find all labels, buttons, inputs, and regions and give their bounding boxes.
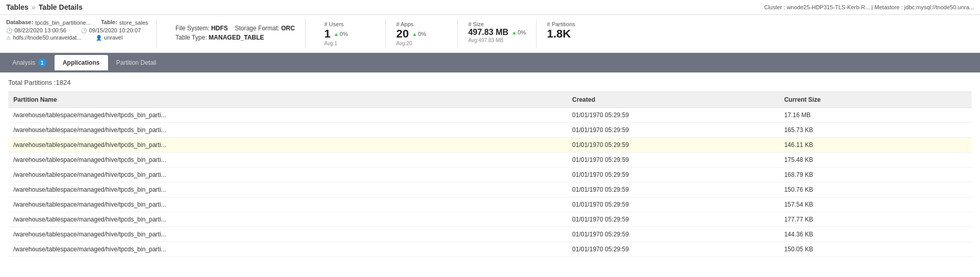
- partition-name: /warehouse/tablespace/managed/hive/tpcds…: [8, 153, 567, 168]
- db-info-section: Database: tpcds_bin_partitione... Table:…: [6, 19, 157, 48]
- alert-icon: ⚠: [6, 35, 11, 41]
- arrow-up-icon: ▲: [333, 31, 338, 37]
- stat-apps-value: 20: [396, 28, 408, 40]
- partition-size: 17.16 MB: [779, 108, 972, 123]
- partition-name: /warehouse/tablespace/managed/hive/tpcds…: [8, 212, 567, 227]
- db-label: Database:: [6, 19, 33, 25]
- table-type-label: Table Type:: [175, 34, 207, 41]
- info-row: Database: tpcds_bin_partitione... Table:…: [0, 15, 980, 53]
- stat-size-avg: Avg:497.83 MB: [468, 38, 526, 43]
- partition-name: /warehouse/tablespace/managed/hive/tpcds…: [8, 138, 567, 153]
- stat-size-pct: ▲ 0%: [511, 29, 526, 35]
- fs-section: File System: HDFS Storage Format: ORC Ta…: [165, 19, 306, 48]
- partition-name: /warehouse/tablespace/managed/hive/tpcds…: [8, 123, 567, 138]
- tab-analysis[interactable]: Analysis 1: [4, 54, 55, 71]
- user-icon: 👤: [96, 35, 102, 41]
- breadcrumb-tables[interactable]: Tables: [6, 3, 28, 11]
- tab-analysis-badge: 1: [38, 59, 46, 67]
- table-row[interactable]: /warehouse/tablespace/managed/hive/tpcds…: [8, 108, 972, 123]
- stat-apps-avg: Avg:20: [396, 41, 447, 46]
- partition-created: 01/01/1970 05:29:59: [567, 168, 779, 182]
- stat-users-value: 1: [324, 28, 330, 40]
- col-header-name: Partition Name: [8, 92, 567, 108]
- partition-created: 01/01/1970 05:29:59: [567, 227, 779, 242]
- date2: 09/15/2020 10:20:07: [89, 27, 141, 33]
- table-row[interactable]: /warehouse/tablespace/managed/hive/tpcds…: [8, 138, 972, 153]
- stat-users-header: # Users: [324, 21, 375, 27]
- stat-apps-header: # Apps: [396, 21, 447, 27]
- partition-name: /warehouse/tablespace/managed/hive/tpcds…: [8, 108, 567, 123]
- storage-value: ORC: [281, 25, 295, 32]
- table-row[interactable]: /warehouse/tablespace/managed/hive/tpcds…: [8, 212, 972, 227]
- partition-size: 168.79 KB: [779, 168, 972, 182]
- db-name: tpcds_bin_partitione...: [35, 20, 91, 26]
- stat-partitions-header: # Partitions: [547, 21, 598, 27]
- stat-size-value: 497.83 MB: [468, 28, 508, 36]
- partition-name: /warehouse/tablespace/managed/hive/tpcds…: [8, 197, 567, 212]
- table-row[interactable]: /warehouse/tablespace/managed/hive/tpcds…: [8, 182, 972, 197]
- partition-size: 177.77 KB: [779, 212, 972, 227]
- user-name: unravel: [104, 34, 122, 41]
- table-name: store_sales: [119, 20, 148, 26]
- arrow-up-icon-size: ▲: [511, 30, 516, 35]
- top-bar: Tables » Table Details Cluster : wnode25…: [0, 0, 980, 15]
- breadcrumb: Tables » Table Details: [6, 3, 82, 11]
- stat-users: # Users 1 ▲ 0% Avg:1: [314, 19, 386, 48]
- storage-label: Storage Format:: [235, 25, 279, 32]
- stat-users-avg: Avg:1: [324, 41, 375, 46]
- arrow-up-icon-apps: ▲: [412, 31, 417, 37]
- partition-name: /warehouse/tablespace/managed/hive/tpcds…: [8, 182, 567, 197]
- stat-users-pct: ▲ 0%: [333, 31, 348, 37]
- date1: 08/22/2020 13:00:56: [14, 27, 66, 33]
- partition-size: 150.76 KB: [779, 182, 972, 197]
- tab-applications-label: Applications: [63, 59, 100, 66]
- partitions-table: Partition Name Created Current Size /war…: [8, 91, 972, 257]
- partition-created: 01/01/1970 05:29:59: [567, 153, 779, 168]
- tab-partition-detail-label: Partition Detail: [116, 59, 156, 66]
- cluster-info: Cluster : wnode25-HDP315-TLS-Kerb-R... |…: [764, 4, 974, 10]
- table-row[interactable]: /warehouse/tablespace/managed/hive/tpcds…: [8, 227, 972, 242]
- stat-partitions: # Partitions 1.8K: [537, 19, 609, 48]
- table-row[interactable]: /warehouse/tablespace/managed/hive/tpcds…: [8, 168, 972, 182]
- stat-apps-pct: ▲ 0%: [412, 31, 426, 37]
- partition-size: 144.36 KB: [779, 227, 972, 242]
- table-label: Table:: [101, 19, 117, 25]
- tab-applications[interactable]: Applications: [55, 55, 108, 70]
- partition-name: /warehouse/tablespace/managed/hive/tpcds…: [8, 242, 567, 257]
- partition-created: 01/01/1970 05:29:59: [567, 182, 779, 197]
- table-body: /warehouse/tablespace/managed/hive/tpcds…: [8, 108, 972, 257]
- partition-created: 01/01/1970 05:29:59: [567, 242, 779, 257]
- partition-name: /warehouse/tablespace/managed/hive/tpcds…: [8, 227, 567, 242]
- tab-partition-detail[interactable]: Partition Detail: [108, 55, 165, 70]
- table-header-row: Partition Name Created Current Size: [8, 92, 972, 108]
- table-type-value: MANAGED_TABLE: [209, 34, 264, 41]
- partition-created: 01/01/1970 05:29:59: [567, 123, 779, 138]
- hdfs-path: hdfs://tnode50.unraveldat...: [13, 34, 81, 41]
- partition-created: 01/01/1970 05:29:59: [567, 138, 779, 153]
- clock-icon2: 🕐: [81, 28, 87, 33]
- partition-size: 157.54 KB: [779, 197, 972, 212]
- partition-size: 175.48 KB: [779, 153, 972, 168]
- col-header-size: Current Size: [779, 92, 972, 108]
- table-row[interactable]: /warehouse/tablespace/managed/hive/tpcds…: [8, 242, 972, 257]
- table-row[interactable]: /warehouse/tablespace/managed/hive/tpcds…: [8, 153, 972, 168]
- table-row[interactable]: /warehouse/tablespace/managed/hive/tpcds…: [8, 123, 972, 138]
- table-row[interactable]: /warehouse/tablespace/managed/hive/tpcds…: [8, 197, 972, 212]
- col-header-created: Created: [567, 92, 779, 108]
- content-area: Total Partitions :1824 Partition Name Cr…: [0, 72, 980, 263]
- partition-size: 150.05 KB: [779, 242, 972, 257]
- fs-value: HDFS: [211, 25, 228, 32]
- partition-name: /warehouse/tablespace/managed/hive/tpcds…: [8, 168, 567, 182]
- partition-created: 01/01/1970 05:29:59: [567, 197, 779, 212]
- fs-line: File System: HDFS Storage Format: ORC: [175, 25, 295, 32]
- fs-label: File System:: [175, 25, 209, 32]
- partition-created: 01/01/1970 05:29:59: [567, 108, 779, 123]
- tab-analysis-label: Analysis: [12, 59, 35, 66]
- breadcrumb-separator: »: [31, 3, 35, 11]
- stat-size-header: # Size: [468, 21, 526, 27]
- clock-icon1: 🕐: [6, 28, 12, 33]
- tabs-bar: Analysis 1 Applications Partition Detail: [0, 53, 980, 72]
- stat-partitions-value: 1.8K: [547, 28, 571, 40]
- stat-size: # Size 497.83 MB ▲ 0% Avg:497.83 MB: [458, 19, 537, 48]
- page-title: Table Details: [39, 3, 82, 11]
